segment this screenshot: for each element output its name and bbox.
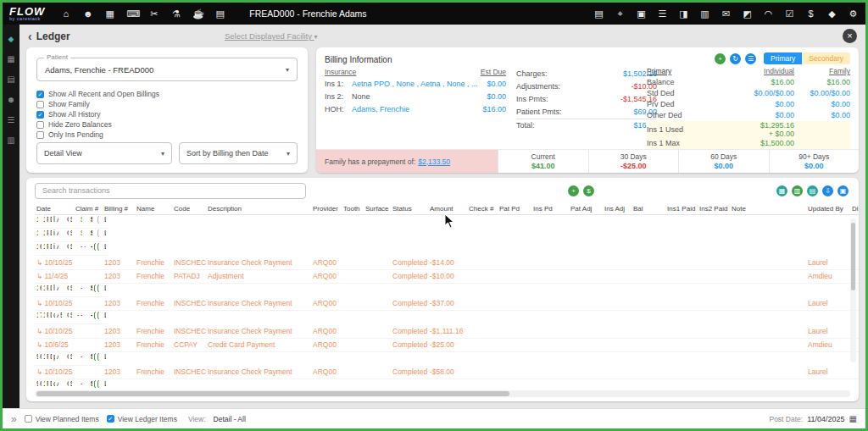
table-row[interactable]: 10/6/256391203FrenchieD0140limited oral … [35, 284, 74, 297]
imaging-icon[interactable]: ▣ [636, 8, 647, 19]
chart-icon[interactable]: ▥ [7, 135, 14, 145]
expand-icon[interactable]: » [11, 413, 17, 425]
search-input[interactable] [35, 183, 306, 199]
breakdown-family-value: $0.00 [794, 99, 850, 110]
footer-checkbox[interactable]: ✓View Ledger Items [107, 415, 177, 423]
filter-checkbox[interactable]: ✓Show All Recent and Open Billings [36, 89, 298, 99]
chat-icon[interactable]: ◨ [678, 8, 689, 19]
patient-icon[interactable]: ☻ [7, 95, 16, 104]
filter-checkbox[interactable]: ✓Show All History [36, 109, 298, 119]
payments-icon[interactable]: $ [805, 8, 816, 19]
search-icon[interactable]: ⌖ [615, 8, 626, 19]
column-header-patpd[interactable]: Pat Pd [498, 203, 531, 215]
reports-icon[interactable]: ▤ [593, 8, 604, 19]
table-row[interactable]: 9/25/256391203FrenchieD0330panoramic rad… [35, 352, 74, 366]
messages-icon[interactable]: ✉ [721, 8, 732, 19]
worklist-icon[interactable]: ☰ [657, 8, 668, 19]
column-header-ins2paid[interactable]: Ins2 Paid [698, 203, 730, 215]
add-payment-button[interactable]: + [715, 53, 726, 64]
footer-checkbox[interactable]: View Planned Items [25, 415, 99, 423]
education-icon[interactable]: ◠ [763, 8, 774, 19]
insurance-row-value[interactable]: Adams, Frenchie [352, 103, 477, 116]
scrollbar-thumb[interactable] [851, 223, 855, 290]
table-row[interactable]: 10/23/251203FrenchieD0140limited oral ev… [35, 215, 74, 229]
insurance-row-value[interactable]: Aetna PPO , None , Aetna , None , ... [352, 78, 481, 91]
table-row[interactable]: 10/3/257341203FrenchieD2750crown - porce… [35, 311, 74, 324]
lab-icon[interactable]: ⚗ [170, 8, 181, 19]
table-row[interactable]: ↳ 10/10/251203FrenchieINSCHECKInsurance … [35, 324, 859, 338]
table-row[interactable]: ↳ 10/10/251203FrenchieINSCHECKInsurance … [35, 297, 859, 311]
schedule-icon[interactable]: ▦ [104, 8, 115, 19]
column-header-patadj[interactable]: Pat Adj [569, 203, 603, 215]
refreshments-icon[interactable]: ☕ [192, 8, 203, 19]
calendar-icon[interactable]: ▦ [7, 54, 14, 64]
filter-checkbox[interactable]: Only Ins Pending [36, 130, 298, 140]
column-header-description[interactable]: Description [206, 203, 311, 215]
column-header-insadj[interactable]: Ins Adj [603, 203, 632, 215]
vertical-scrollbar[interactable] [850, 218, 856, 362]
billing-menu-button[interactable]: ☰ [745, 53, 756, 64]
column-header-billing[interactable]: Billing # [103, 203, 135, 215]
table-row[interactable]: ↳ 11/4/251203FrenchiePATADJAdjustmentARQ… [35, 269, 859, 283]
table-row[interactable]: 9/25/256391203FrenchieD0150comprehensive… [35, 379, 74, 390]
billing-icon[interactable]: ▥ [699, 8, 710, 19]
table-row[interactable]: ↳ 10/10/251203FrenchieINSCHECKInsurance … [35, 256, 859, 269]
post-date-value[interactable]: 11/04/2025 [807, 415, 844, 423]
secondary-toggle[interactable]: Secondary [802, 52, 850, 64]
book-icon[interactable]: ▤ [214, 8, 225, 19]
horizontal-scrollbar[interactable] [35, 390, 850, 397]
filter-checkbox[interactable]: Show Family [36, 99, 298, 109]
table-row[interactable]: 10/23/251203FrenchieD0220intraoral - per… [35, 229, 74, 242]
close-button[interactable]: × [843, 29, 857, 43]
column-header-claim[interactable]: Claim # [74, 203, 103, 215]
column-header-inspd[interactable]: Ins Pd [531, 203, 569, 215]
contacts-icon[interactable]: ☰ [8, 115, 15, 124]
facility-selector[interactable]: Select Displayed Facility ▾ [225, 31, 318, 41]
app-logo[interactable]: FLOW by carestack [9, 6, 45, 22]
inbox-icon[interactable]: ◩ [742, 8, 753, 19]
column-header-code[interactable]: Code [172, 203, 206, 215]
column-header-di[interactable]: Di [850, 203, 859, 215]
download-button[interactable]: ⇩ [822, 185, 833, 196]
home-icon[interactable]: ⌂ [60, 8, 71, 19]
view-select[interactable]: Detail View ▾ [36, 142, 172, 164]
scrollbar-thumb[interactable] [36, 391, 509, 396]
calendar-icon[interactable]: ▦ [849, 414, 857, 423]
add-transaction-button[interactable]: + [568, 185, 579, 196]
store-icon[interactable]: ◆ [826, 8, 837, 19]
primary-toggle[interactable]: Primary [764, 52, 802, 64]
print-button[interactable]: ▣ [837, 185, 849, 196]
column-header-tooth[interactable]: Tooth [342, 203, 364, 215]
column-header-provider[interactable]: Provider [311, 203, 342, 215]
checklist-icon[interactable]: ☑ [784, 8, 795, 19]
column-header-bal[interactable]: Bal [632, 203, 665, 215]
statement-button[interactable]: ▤ [807, 185, 818, 196]
clipboard-icon[interactable]: ▤ [7, 75, 14, 84]
column-header-status[interactable]: Status [391, 203, 428, 215]
table-row[interactable]: 10/6/256391203FrenchieD0220intraoral - p… [35, 242, 74, 256]
sort-select[interactable]: Sort by Billing then Date ▾ [179, 142, 298, 164]
column-header-surface[interactable]: Surface [364, 203, 391, 215]
column-header-check[interactable]: Check # [467, 203, 498, 215]
grid-view-button[interactable]: ▦ [776, 185, 787, 196]
table-row[interactable]: ↳ 10/10/251203FrenchieINSCHECKInsurance … [35, 366, 859, 379]
add-payment-button[interactable]: $ [583, 185, 594, 196]
column-header-note[interactable]: Note [730, 203, 806, 215]
shortcut-icon[interactable]: ◆ [8, 35, 14, 43]
column-header-name[interactable]: Name [135, 203, 172, 215]
back-chevron-icon[interactable]: ‹ [28, 30, 32, 43]
column-header-updatedby[interactable]: Updated By [806, 203, 850, 215]
terminal-icon[interactable]: ⌨ [126, 8, 137, 19]
tools-icon[interactable]: ✂ [148, 8, 159, 19]
table-row[interactable]: ↳ 10/6/251203FrenchieCCPAYCredit Card Pa… [35, 338, 859, 351]
patient-select[interactable]: Patient Adams, Frenchie - FREAD000 ▾ [36, 58, 298, 81]
patients-icon[interactable]: ☻ [82, 8, 93, 19]
refresh-button[interactable]: ↻ [730, 53, 741, 64]
export-excel-button[interactable]: ▥ [792, 185, 803, 196]
column-header-date[interactable]: Date [35, 203, 74, 215]
filter-checkbox[interactable]: Hide Zero Balances [36, 119, 298, 130]
column-header-ins1paid[interactable]: Ins1 Paid [665, 203, 698, 215]
column-header-amount[interactable]: Amount [428, 203, 467, 215]
settings-gear-icon[interactable]: ⚙ [848, 8, 859, 19]
prepayment-amount-link[interactable]: $2,133.50 [418, 157, 450, 166]
